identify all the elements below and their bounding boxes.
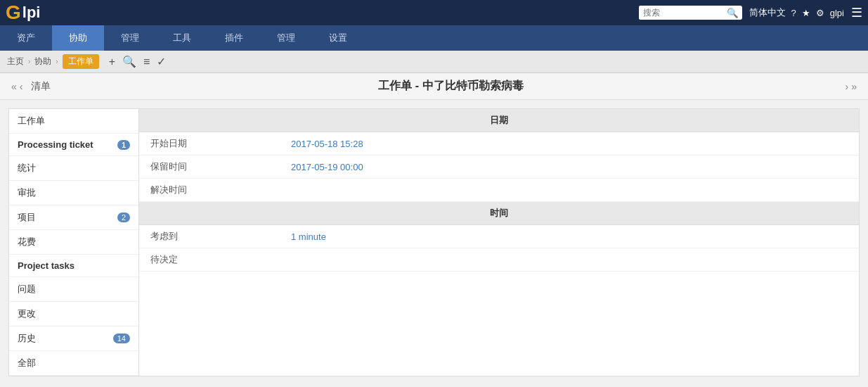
breadcrumb-actions: + 🔍 ≡ ✓ bbox=[109, 55, 167, 68]
start-date-row: 开始日期 2017-05-18 15:28 bbox=[139, 132, 859, 156]
list-label[interactable]: 清单 bbox=[31, 80, 51, 93]
pending-row: 待决定 bbox=[139, 248, 859, 272]
first-page-icon[interactable]: « bbox=[11, 81, 17, 92]
sidebar-item-change[interactable]: 更改 bbox=[9, 302, 138, 326]
logo-g-letter: G bbox=[6, 1, 21, 24]
hold-time-label: 保留时间 bbox=[150, 160, 291, 173]
breadcrumb-ticket[interactable]: 工作单 bbox=[63, 54, 99, 69]
sidebar-approval-label: 审批 bbox=[18, 186, 36, 199]
hold-time-value: 2017-05-19 00:00 bbox=[291, 162, 363, 172]
search-input[interactable] bbox=[639, 6, 723, 20]
sidebar-item-processing[interactable]: Processing ticket 1 bbox=[9, 134, 138, 156]
breadcrumb-home[interactable]: 主页 bbox=[7, 56, 24, 68]
sidebar-cost-label: 花费 bbox=[18, 236, 36, 248]
sidebar-item-approval[interactable]: 审批 bbox=[9, 181, 138, 205]
breadcrumb-bar: 主页 › 协助 › 工作单 + 🔍 ≡ ✓ bbox=[0, 51, 868, 73]
page-title-area: « ‹ 清单 工作单 - 中了比特币勒索病毒 › » bbox=[0, 73, 868, 100]
breadcrumb-sep-1: › bbox=[28, 58, 30, 65]
sidebar: 工作单 Processing ticket 1 统计 审批 项目 2 花费 Pr… bbox=[8, 108, 138, 376]
hold-time-row: 保留时间 2017-05-19 00:00 bbox=[139, 156, 859, 179]
nav-item-assist[interactable]: 协助 bbox=[52, 25, 104, 51]
hamburger-icon[interactable]: ☰ bbox=[851, 5, 862, 20]
start-date-value: 2017-05-18 15:28 bbox=[291, 139, 363, 149]
consider-row: 考虑到 1 minute bbox=[139, 225, 859, 248]
lang-selector[interactable]: 简体中文 bbox=[749, 6, 786, 19]
top-right-area: 🔍 简体中文 ? ★ ⚙ glpi ☰ bbox=[639, 5, 862, 20]
dates-section-header: 日期 bbox=[139, 109, 859, 132]
breadcrumb-assist[interactable]: 协助 bbox=[34, 56, 51, 68]
sidebar-project-label: 项目 bbox=[18, 211, 36, 224]
main-content: 工作单 Processing ticket 1 统计 审批 项目 2 花费 Pr… bbox=[0, 100, 868, 385]
top-bar: G lpi 🔍 简体中文 ? ★ ⚙ glpi ☰ bbox=[0, 0, 868, 25]
last-page-icon[interactable]: » bbox=[851, 81, 857, 92]
star-icon[interactable]: ★ bbox=[802, 8, 810, 18]
sidebar-history-badge: 14 bbox=[113, 334, 130, 343]
sidebar-item-all[interactable]: 全部 bbox=[9, 351, 138, 376]
pending-label: 待决定 bbox=[150, 253, 291, 266]
top-right-icons: 简体中文 ? ★ ⚙ glpi bbox=[749, 6, 844, 19]
consider-value: 1 minute bbox=[291, 231, 326, 242]
consider-label: 考虑到 bbox=[150, 230, 291, 243]
nav-bar: 资产 协助 管理 工具 插件 管理 设置 bbox=[0, 25, 868, 51]
sidebar-item-history[interactable]: 历史 14 bbox=[9, 326, 138, 351]
resolve-time-label: 解决时间 bbox=[150, 184, 291, 196]
nav-item-tools[interactable]: 工具 bbox=[156, 25, 208, 51]
sidebar-processing-label: Processing ticket bbox=[18, 139, 93, 150]
nav-item-manage2[interactable]: 管理 bbox=[260, 25, 312, 51]
page-nav-right: › » bbox=[846, 81, 857, 92]
nav-item-assets[interactable]: 资产 bbox=[0, 25, 52, 51]
nav-item-manage1[interactable]: 管理 bbox=[104, 25, 156, 51]
breadcrumb-sep-2: › bbox=[56, 58, 58, 65]
page-title: 工作单 - 中了比特币勒索病毒 bbox=[378, 79, 523, 94]
main-panel: 日期 开始日期 2017-05-18 15:28 保留时间 2017-05-19… bbox=[138, 108, 860, 376]
sidebar-change-label: 更改 bbox=[18, 307, 36, 320]
sidebar-ticket-label: 工作单 bbox=[18, 115, 45, 127]
sidebar-history-label: 历史 bbox=[18, 332, 36, 345]
page-nav-left: « ‹ 清单 bbox=[11, 80, 56, 93]
search-breadcrumb-icon[interactable]: 🔍 bbox=[122, 55, 136, 68]
nav-item-settings[interactable]: 设置 bbox=[312, 25, 364, 51]
next-page-icon[interactable]: › bbox=[846, 81, 849, 92]
sidebar-project-badge: 2 bbox=[117, 212, 130, 222]
help-icon[interactable]: ? bbox=[791, 8, 796, 18]
sidebar-item-stats[interactable]: 统计 bbox=[9, 156, 138, 181]
nav-item-plugins[interactable]: 插件 bbox=[208, 25, 260, 51]
resolve-time-row: 解决时间 bbox=[139, 179, 859, 202]
settings-icon[interactable]: ⚙ bbox=[816, 8, 824, 18]
sidebar-item-project[interactable]: 项目 2 bbox=[9, 205, 138, 230]
sidebar-problem-label: 问题 bbox=[18, 283, 36, 296]
times-section-header: 时间 bbox=[139, 202, 859, 225]
sidebar-stats-label: 统计 bbox=[18, 162, 36, 175]
add-icon[interactable]: + bbox=[109, 56, 115, 68]
list-view-icon[interactable]: ≡ bbox=[143, 56, 150, 68]
search-button[interactable]: 🔍 bbox=[723, 6, 742, 20]
sidebar-item-project-tasks[interactable]: Project tasks bbox=[9, 255, 138, 277]
logo: G lpi bbox=[6, 1, 40, 24]
sidebar-processing-badge: 1 bbox=[117, 140, 130, 150]
start-date-label: 开始日期 bbox=[150, 137, 291, 150]
check-icon[interactable]: ✓ bbox=[157, 55, 166, 68]
sidebar-item-ticket[interactable]: 工作单 bbox=[9, 109, 138, 134]
logo-lpi-text: lpi bbox=[22, 4, 41, 22]
prev-page-icon[interactable]: ‹ bbox=[20, 81, 23, 92]
user-label[interactable]: glpi bbox=[830, 8, 844, 18]
sidebar-item-problem[interactable]: 问题 bbox=[9, 277, 138, 302]
search-box[interactable]: 🔍 bbox=[639, 6, 742, 20]
sidebar-all-label: 全部 bbox=[18, 357, 36, 369]
sidebar-project-tasks-label: Project tasks bbox=[18, 260, 75, 271]
sidebar-item-cost[interactable]: 花费 bbox=[9, 230, 138, 255]
